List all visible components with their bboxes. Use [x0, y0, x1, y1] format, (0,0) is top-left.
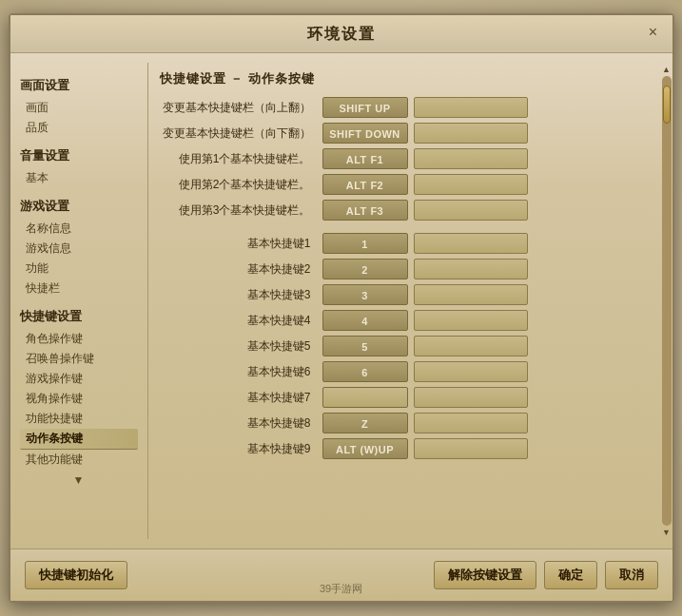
keybind-separator — [160, 225, 650, 233]
keybind-primary-button[interactable]: ALT F3 — [322, 200, 408, 221]
keybind-label: 基本快捷键7 — [160, 390, 317, 406]
keybind-secondary-button[interactable] — [414, 97, 528, 118]
main-content: 快捷键设置 － 动作条按键 变更基本快捷键栏（向上翻）SHIFT UP 变更基本… — [148, 63, 661, 539]
reset-keybinds-button[interactable]: 快捷键初始化 — [25, 561, 127, 589]
keybind-primary-button[interactable]: ALT F2 — [322, 174, 408, 195]
keybind-secondary-button[interactable] — [414, 387, 528, 408]
keybind-secondary-button[interactable] — [414, 200, 528, 221]
keybind-primary-button[interactable] — [322, 387, 408, 408]
sidebar-item-角色操作键[interactable]: 角色操作键 — [20, 329, 138, 349]
dialog-title: 环境设置 — [307, 26, 376, 42]
keybind-row: 基本快捷键22 — [160, 259, 650, 279]
sidebar-item-视角操作键[interactable]: 视角操作键 — [20, 389, 138, 409]
dialog-body: 画面设置画面品质音量设置基本游戏设置名称信息游戏信息功能快捷栏快捷键设置角色操作… — [10, 53, 672, 549]
keybind-label: 变更基本快捷键栏（向上翻） — [160, 100, 317, 116]
keybind-primary-button[interactable]: ALT F1 — [322, 148, 408, 169]
keybind-label: 基本快捷键1 — [160, 236, 317, 252]
scroll-thumb[interactable] — [663, 86, 671, 124]
keybind-secondary-button[interactable] — [414, 259, 528, 279]
keybind-secondary-button[interactable] — [414, 284, 528, 305]
keybind-row: 基本快捷键33 — [160, 284, 650, 305]
keybind-row: 使用第1个基本快捷键栏。ALT F1 — [160, 148, 650, 169]
keybind-row: 基本快捷键44 — [160, 310, 650, 331]
sidebar-item-功能快捷键[interactable]: 功能快捷键 — [20, 409, 138, 429]
unbind-button[interactable]: 解除按键设置 — [434, 561, 536, 589]
sidebar-item-动作条按键[interactable]: 动作条按键 — [20, 429, 138, 450]
keybind-primary-button[interactable]: ALT (W)UP — [322, 438, 408, 459]
sidebar-section-title: 音量设置 — [20, 147, 138, 164]
keybind-primary-button[interactable]: SHIFT DOWN — [322, 123, 408, 144]
sidebar-item-游戏操作键[interactable]: 游戏操作键 — [20, 369, 138, 389]
keybind-secondary-button[interactable] — [414, 413, 528, 433]
keybind-secondary-button[interactable] — [414, 361, 528, 382]
confirm-button[interactable]: 确定 — [544, 561, 597, 589]
keybind-row: 基本快捷键66 — [160, 361, 650, 382]
sidebar-content: 画面设置画面品质音量设置基本游戏设置名称信息游戏信息功能快捷栏快捷键设置角色操作… — [20, 77, 138, 470]
keybind-secondary-button[interactable] — [414, 310, 528, 331]
right-scrollbar: ▲ ▼ — [661, 63, 672, 539]
watermark: 39手游网 — [320, 582, 362, 596]
sidebar-item-快捷栏[interactable]: 快捷栏 — [20, 279, 138, 298]
keybind-secondary-button[interactable] — [414, 148, 528, 169]
cancel-button[interactable]: 取消 — [605, 561, 658, 589]
sidebar-item-游戏信息[interactable]: 游戏信息 — [20, 239, 138, 259]
keybind-primary-button[interactable]: Z — [322, 413, 408, 433]
keybind-primary-button[interactable]: SHIFT UP — [322, 97, 408, 118]
settings-dialog: 环境设置 × 画面设置画面品质音量设置基本游戏设置名称信息游戏信息功能快捷栏快捷… — [9, 13, 674, 603]
keybind-row: 基本快捷键55 — [160, 336, 650, 356]
close-button[interactable]: × — [644, 23, 663, 42]
scroll-up-icon[interactable]: ▲ — [662, 65, 672, 74]
footer-right: 解除按键设置 确定 取消 — [434, 561, 658, 589]
sidebar-item-功能[interactable]: 功能 — [20, 259, 138, 279]
keybind-primary-button[interactable]: 2 — [322, 259, 408, 279]
sidebar-item-名称信息[interactable]: 名称信息 — [20, 219, 138, 239]
keybind-secondary-button[interactable] — [414, 174, 528, 195]
sidebar-scroll-down-icon[interactable]: ▼ — [20, 473, 138, 487]
keybind-secondary-button[interactable] — [414, 123, 528, 144]
keybind-label: 使用第3个基本快捷键栏。 — [160, 202, 317, 219]
keybind-row: 基本快捷键7 — [160, 387, 650, 408]
keybind-secondary-button[interactable] — [414, 336, 528, 356]
sidebar-item-召唤兽操作键[interactable]: 召唤兽操作键 — [20, 349, 138, 369]
sidebar-section-title: 画面设置 — [20, 77, 138, 94]
keybind-label: 基本快捷键8 — [160, 415, 317, 432]
keybind-row: 基本快捷键9ALT (W)UP — [160, 438, 650, 459]
sidebar-item-画面[interactable]: 画面 — [20, 98, 138, 118]
keybind-primary-button[interactable]: 1 — [322, 233, 408, 254]
scroll-down-icon[interactable]: ▼ — [662, 528, 672, 537]
keybind-label: 基本快捷键9 — [160, 441, 317, 457]
keybind-label: 使用第2个基本快捷键栏。 — [160, 177, 317, 193]
keybind-label: 变更基本快捷键栏（向下翻） — [160, 125, 317, 142]
scroll-track — [662, 76, 672, 526]
keybind-primary-button[interactable]: 3 — [322, 284, 408, 305]
keybind-label: 基本快捷键6 — [160, 364, 317, 380]
sidebar-item-基本[interactable]: 基本 — [20, 168, 138, 188]
keybind-primary-button[interactable]: 4 — [322, 310, 408, 331]
keybind-row: 变更基本快捷键栏（向下翻）SHIFT DOWN — [160, 123, 650, 144]
keybind-secondary-button[interactable] — [414, 233, 528, 254]
keybind-row: 使用第3个基本快捷键栏。ALT F3 — [160, 200, 650, 221]
keybind-label: 使用第1个基本快捷键栏。 — [160, 151, 317, 167]
sidebar-section-title: 游戏设置 — [20, 198, 138, 215]
sidebar-item-品质[interactable]: 品质 — [20, 118, 138, 138]
keybind-label: 基本快捷键5 — [160, 338, 317, 355]
keybind-row: 基本快捷键8Z — [160, 413, 650, 433]
keybind-label: 基本快捷键2 — [160, 261, 317, 278]
sidebar-section-title: 快捷键设置 — [20, 308, 138, 325]
sidebar: 画面设置画面品质音量设置基本游戏设置名称信息游戏信息功能快捷栏快捷键设置角色操作… — [10, 63, 148, 539]
keybind-row: 变更基本快捷键栏（向上翻）SHIFT UP — [160, 97, 650, 118]
keybind-label: 基本快捷键3 — [160, 287, 317, 303]
keybind-list: 变更基本快捷键栏（向上翻）SHIFT UP 变更基本快捷键栏（向下翻）SHIFT… — [160, 97, 650, 531]
keybind-row: 使用第2个基本快捷键栏。ALT F2 — [160, 174, 650, 195]
footer-left: 快捷键初始化 — [25, 561, 127, 589]
sidebar-item-其他功能键[interactable]: 其他功能键 — [20, 450, 138, 470]
keybind-row: 基本快捷键11 — [160, 233, 650, 254]
keybind-primary-button[interactable]: 5 — [322, 336, 408, 356]
title-bar: 环境设置 — [10, 15, 672, 53]
keybind-label: 基本快捷键4 — [160, 313, 317, 329]
keybind-primary-button[interactable]: 6 — [322, 361, 408, 382]
content-section-title: 快捷键设置 － 动作条按键 — [160, 70, 650, 87]
keybind-secondary-button[interactable] — [414, 438, 528, 459]
